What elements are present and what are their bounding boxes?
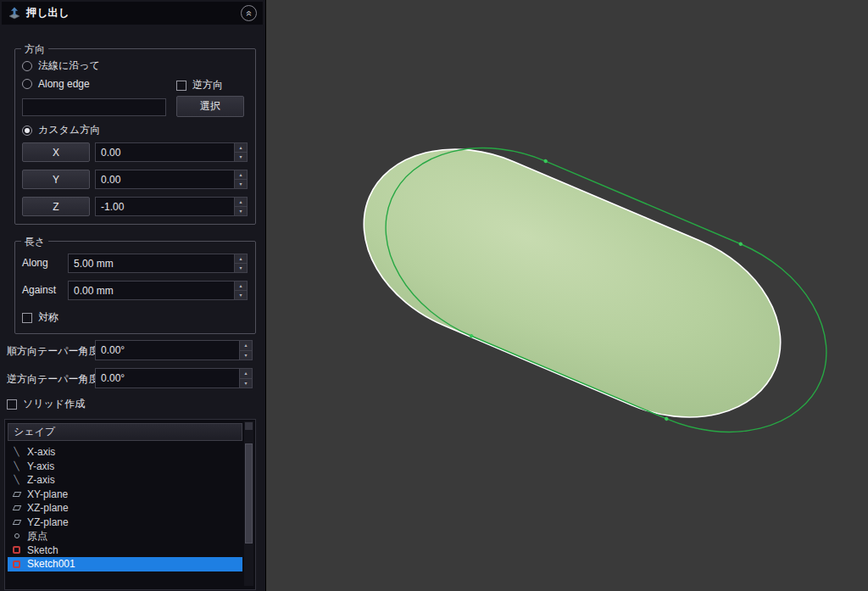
radio-along-normal-label: 法線に沿って xyxy=(38,59,100,73)
plane-icon xyxy=(11,503,22,513)
x-axis-button-label: X xyxy=(53,147,59,159)
list-item-label: XY-plane xyxy=(27,488,68,500)
radio-along-normal[interactable]: 法線に沿って xyxy=(22,59,100,73)
spin-down-icon[interactable] xyxy=(240,351,252,360)
y-axis-button[interactable]: Y xyxy=(22,170,90,189)
spin-up-icon[interactable] xyxy=(235,254,247,264)
taper-forward-label: 順方向テーパー角度 xyxy=(7,344,99,359)
list-item-xz-plane[interactable]: XZ-plane xyxy=(8,501,242,516)
spin-down-icon[interactable] xyxy=(235,291,247,299)
sketch-vertex[interactable] xyxy=(543,159,548,164)
plane-icon xyxy=(11,489,22,499)
radio-along-edge[interactable]: Along edge xyxy=(22,78,90,90)
checkbox-icon xyxy=(22,313,32,323)
length-against-value: 0.00 mm xyxy=(69,282,234,299)
sketch-vertex[interactable] xyxy=(738,242,743,247)
direction-group-title: 方向 xyxy=(21,42,48,57)
against-label: Against xyxy=(22,284,56,296)
viewport-3d[interactable] xyxy=(266,0,868,591)
list-item-z-axis[interactable]: Z-axis xyxy=(8,473,242,488)
checkbox-reversed[interactable]: 逆方向 xyxy=(176,78,223,92)
taper-forward-spinbox[interactable]: 0.00° xyxy=(95,340,253,360)
shape-list-rows: X-axisY-axisZ-axisXY-planeXZ-planeYZ-pla… xyxy=(8,445,242,571)
taper-forward-value: 0.00° xyxy=(96,341,239,360)
length-against-spinbox[interactable]: 0.00 mm xyxy=(68,281,248,300)
shape-list-header-label: シェイプ xyxy=(14,425,55,439)
checkbox-symmetric[interactable]: 対称 xyxy=(22,310,58,325)
axis-icon xyxy=(11,447,22,457)
list-item-y-axis[interactable]: Y-axis xyxy=(8,460,242,474)
list-item-label: Y-axis xyxy=(27,460,54,472)
spinner-buttons xyxy=(234,143,247,161)
z-value: -1.00 xyxy=(96,198,234,215)
list-item-xy-plane[interactable]: XY-plane xyxy=(8,488,242,502)
sketch-icon xyxy=(11,559,22,569)
select-edge-button-label: 選択 xyxy=(200,99,220,114)
list-item-sketch001[interactable]: Sketch001 xyxy=(8,557,242,571)
spin-down-icon[interactable] xyxy=(235,207,247,215)
radio-along-edge-label: Along edge xyxy=(38,78,90,90)
plane-icon xyxy=(11,517,22,527)
spin-down-icon[interactable] xyxy=(235,180,247,188)
x-value-spinbox[interactable]: 0.00 xyxy=(95,142,248,162)
scrollbar-step[interactable] xyxy=(245,422,253,430)
taper-backward-spinbox[interactable]: 0.00° xyxy=(95,368,253,388)
spin-down-icon[interactable] xyxy=(240,379,252,388)
checkbox-icon xyxy=(7,399,17,410)
length-group: 長さ Along 5.00 mm Against 0.00 mm 対称 xyxy=(14,241,256,334)
sketch-icon xyxy=(11,545,22,555)
list-item-sketch[interactable]: Sketch xyxy=(8,544,242,558)
spinner-buttons xyxy=(239,369,252,387)
spin-up-icon[interactable] xyxy=(240,369,252,379)
z-axis-button[interactable]: Z xyxy=(22,197,90,216)
list-item-label: Sketch001 xyxy=(27,558,75,570)
radio-icon xyxy=(22,79,32,89)
spin-up-icon[interactable] xyxy=(235,198,247,207)
length-along-spinbox[interactable]: 5.00 mm xyxy=(68,254,248,273)
spinner-buttons xyxy=(234,170,247,188)
task-panel: 押し出し 方向 法線に沿って Along edge 逆方向 選択 カスタム方向 … xyxy=(0,0,266,591)
spinner-buttons xyxy=(234,254,247,272)
y-value: 0.00 xyxy=(96,170,234,188)
task-panel-header: 押し出し xyxy=(2,2,263,25)
origin-icon xyxy=(11,531,22,541)
x-axis-button[interactable]: X xyxy=(22,142,90,162)
radio-custom-direction[interactable]: カスタム方向 xyxy=(22,123,100,137)
panel-title: 押し出し xyxy=(26,6,70,20)
spin-up-icon[interactable] xyxy=(240,341,252,351)
select-edge-button[interactable]: 選択 xyxy=(176,96,244,117)
radio-custom-direction-label: カスタム方向 xyxy=(38,123,100,137)
y-value-spinbox[interactable]: 0.00 xyxy=(95,170,248,189)
spin-up-icon[interactable] xyxy=(235,170,247,180)
edge-direction-input[interactable] xyxy=(22,98,166,116)
viewport-canvas xyxy=(266,0,868,591)
scrollbar-thumb[interactable] xyxy=(245,443,253,544)
z-axis-button-label: Z xyxy=(53,201,58,213)
list-item-x-axis[interactable]: X-axis xyxy=(8,445,242,460)
checkbox-create-solid[interactable]: ソリッド作成 xyxy=(7,397,85,411)
z-value-spinbox[interactable]: -1.00 xyxy=(95,197,248,216)
sketch-vertex[interactable] xyxy=(664,416,669,421)
shape-list-scrollbar[interactable] xyxy=(244,421,253,586)
spin-up-icon[interactable] xyxy=(235,143,247,153)
taper-backward-value: 0.00° xyxy=(96,369,239,387)
axis-icon xyxy=(11,475,22,485)
list-item-label: X-axis xyxy=(27,446,55,458)
spin-down-icon[interactable] xyxy=(235,264,247,272)
extrude-icon xyxy=(8,7,21,20)
axis-icon xyxy=(11,461,22,471)
checkbox-create-solid-label: ソリッド作成 xyxy=(23,397,85,411)
radio-icon xyxy=(22,61,32,71)
length-group-title: 長さ xyxy=(21,235,48,249)
spin-down-icon[interactable] xyxy=(235,153,247,161)
collapse-button[interactable] xyxy=(241,5,257,21)
extruded-face[interactable] xyxy=(335,115,810,451)
spin-up-icon[interactable] xyxy=(235,282,247,291)
list-item-yz-plane[interactable]: YZ-plane xyxy=(8,516,242,530)
checkbox-symmetric-label: 対称 xyxy=(38,310,58,325)
list-item-label: Z-axis xyxy=(27,474,55,486)
list-item-原点[interactable]: 原点 xyxy=(8,529,242,544)
spinner-buttons xyxy=(239,341,252,360)
list-item-label: 原点 xyxy=(27,529,47,544)
y-axis-button-label: Y xyxy=(53,174,59,186)
